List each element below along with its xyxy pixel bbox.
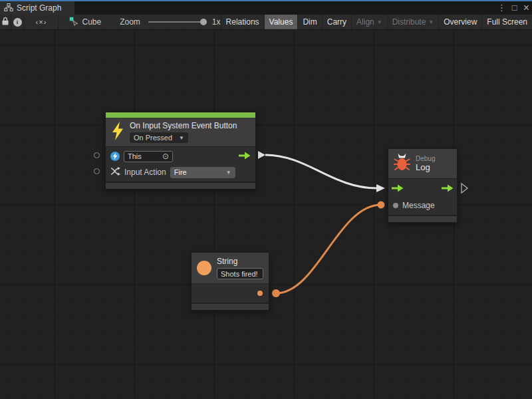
graph-target[interactable]: Cube — [69, 15, 101, 29]
flow-input-port-icon[interactable] — [392, 183, 404, 195]
script-graph-window: Script Graph ⋮ □ × i ‹×› — [0, 0, 532, 399]
distribute-button[interactable]: Distribute ▼ — [387, 15, 439, 29]
chevron-down-icon: ▼ — [179, 135, 184, 141]
close-icon[interactable]: × — [523, 1, 529, 15]
debug-message-row: Message — [388, 198, 457, 213]
dim-button[interactable]: Dim — [297, 15, 321, 29]
string-node-footer — [192, 303, 269, 310]
graph-toolbar: i ‹×› Cube Zoom 1x Rel — [0, 15, 532, 30]
event-accent-strip — [106, 112, 255, 118]
debug-flow-row — [388, 180, 457, 198]
string-type-icon — [197, 261, 211, 275]
zoom-slider-handle[interactable] — [200, 19, 207, 25]
chevron-down-icon: ▼ — [377, 19, 382, 25]
debug-category-label: Debug — [416, 155, 435, 162]
toolbar-buttons: Relations Values Dim Carry Align ▼ Distr… — [221, 15, 532, 29]
wire-source-arrow — [258, 151, 265, 159]
this-object-field[interactable]: This ⊙ — [124, 151, 173, 162]
lightning-bolt-icon — [111, 122, 124, 143]
input-action-label: Input Action — [124, 168, 166, 177]
tab-bar: Script Graph ⋮ □ × — [0, 1, 532, 15]
event-node-header[interactable]: On Input System Event Button On Pressed … — [106, 118, 255, 146]
input-action-icon — [110, 166, 120, 178]
string-output-row — [192, 285, 269, 301]
debug-node-footer — [388, 215, 457, 222]
event-this-row: This ⊙ — [106, 148, 255, 164]
maximize-icon[interactable]: □ — [512, 1, 517, 15]
info-button[interactable]: i — [11, 15, 25, 29]
event-this-port-circle[interactable] — [94, 152, 100, 158]
event-node-footer — [106, 182, 255, 189]
event-action-row: Input Action Fire ▼ — [106, 164, 255, 180]
zoom-value: 1x — [212, 17, 221, 27]
carry-button[interactable]: Carry — [322, 15, 351, 29]
graph-target-label: Cube — [82, 17, 101, 27]
unconnected-flow-port-triangle[interactable] — [462, 184, 467, 193]
control-wire[interactable] — [265, 155, 376, 188]
code-preview-button[interactable]: ‹×› — [24, 15, 59, 29]
node-pointer-icon — [69, 17, 78, 28]
gameobject-icon — [110, 152, 120, 161]
window-controls: ⋮ □ × — [497, 1, 529, 15]
string-output-port-icon[interactable] — [257, 291, 263, 296]
zoom-control: Zoom 1x — [120, 15, 220, 29]
lock-button[interactable] — [0, 15, 11, 29]
event-node-body: This ⊙ — [106, 146, 255, 182]
node-on-input-system-event-button[interactable]: On Input System Event Button On Pressed … — [105, 112, 256, 190]
zoom-slider[interactable] — [148, 21, 207, 23]
overview-button[interactable]: Overview — [438, 15, 481, 29]
flow-output-port-icon[interactable] — [442, 183, 454, 195]
message-port-icon[interactable] — [393, 203, 398, 208]
wire-dest-arrow — [376, 184, 385, 192]
bug-icon — [394, 153, 410, 174]
lock-icon — [1, 17, 9, 27]
debug-node-title: Log — [416, 162, 435, 172]
debug-node-header[interactable]: Debug Log — [388, 149, 457, 178]
zoom-label: Zoom — [120, 17, 140, 27]
input-action-dropdown[interactable]: Fire ▼ — [170, 167, 235, 178]
string-node-body — [192, 283, 269, 303]
debug-node-body: Message — [388, 178, 457, 215]
align-button[interactable]: Align ▼ — [351, 15, 387, 29]
message-label: Message — [402, 201, 435, 210]
string-node-header[interactable]: String Shots fired! — [192, 253, 269, 283]
graph-canvas[interactable]: On Input System Event Button On Pressed … — [0, 30, 532, 399]
chevron-down-icon: ▼ — [428, 19, 434, 25]
tab-script-graph[interactable]: Script Graph — [0, 1, 74, 15]
fullscreen-button[interactable]: Full Screen — [481, 15, 532, 29]
event-action-port-circle[interactable] — [94, 168, 100, 174]
node-debug-log[interactable]: Debug Log — [388, 148, 458, 223]
event-node-title: On Input System Event Button — [130, 121, 237, 130]
tab-title: Script Graph — [17, 3, 61, 13]
values-button[interactable]: Values — [264, 15, 298, 29]
node-string[interactable]: String Shots fired! — [191, 252, 269, 311]
relations-button[interactable]: Relations — [221, 15, 264, 29]
string-node-title: String — [217, 257, 263, 266]
info-icon: i — [13, 18, 22, 27]
object-picker-icon[interactable]: ⊙ — [162, 152, 169, 160]
event-mode-dropdown[interactable]: On Pressed ▼ — [130, 132, 188, 143]
flow-output-port-icon[interactable] — [239, 150, 251, 162]
string-value-field[interactable]: Shots fired! — [217, 268, 263, 279]
graph-icon — [4, 2, 13, 14]
value-wire[interactable] — [276, 205, 381, 293]
code-icon: ‹×› — [36, 18, 47, 26]
chevron-down-icon: ▼ — [226, 170, 231, 176]
window-menu-icon[interactable]: ⋮ — [497, 1, 506, 15]
